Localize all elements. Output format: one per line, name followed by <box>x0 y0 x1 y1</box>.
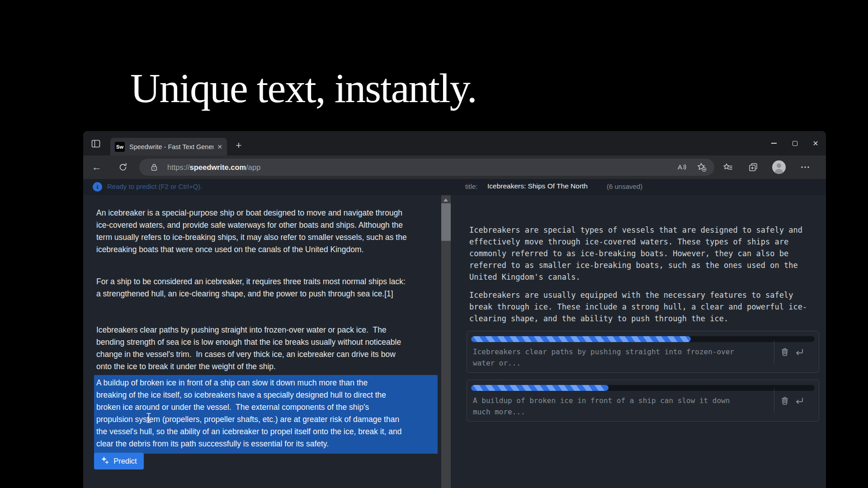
insert-return-icon[interactable] <box>793 346 805 358</box>
add-favorite-icon[interactable] <box>696 162 707 173</box>
sparkles-icon <box>101 456 109 466</box>
predict-label: Predict <box>113 457 137 465</box>
refresh-icon[interactable] <box>117 161 129 173</box>
svg-text:A: A <box>678 163 682 171</box>
progress-track <box>471 385 815 391</box>
maximize-button[interactable] <box>784 131 805 155</box>
status-message: Ready to predict (F2 or Ctrl+Q). <box>107 183 202 190</box>
tab-actions-icon[interactable] <box>90 138 101 149</box>
minimize-button[interactable] <box>764 131 784 155</box>
source-paragraph[interactable]: Icebreakers clear paths by pushing strai… <box>96 324 438 373</box>
scrollbar[interactable] <box>441 195 451 488</box>
tab-title: Speedwrite - Fast Text Generator <box>129 143 213 150</box>
settings-menu-icon[interactable] <box>800 162 811 173</box>
delete-icon[interactable] <box>779 395 791 407</box>
desktop: Unique text, instantly. Sw Speedwrite - … <box>0 0 868 488</box>
minimize-icon <box>771 143 777 144</box>
back-icon[interactable]: ← <box>91 161 103 173</box>
profile-avatar[interactable] <box>772 160 786 174</box>
lock-icon[interactable] <box>150 163 158 171</box>
source-paragraph[interactable]: An icebreaker is a special-purpose ship … <box>96 207 438 256</box>
result-paragraph: Icebreakers are usually equipped with th… <box>469 289 822 324</box>
prediction-card: A buildup of broken ice in front of a sh… <box>467 380 819 422</box>
divider <box>774 340 774 364</box>
info-icon: i <box>93 182 102 192</box>
divider <box>774 389 774 413</box>
hero-headline: Unique text, instantly. <box>130 64 476 112</box>
scrollbar-up-icon[interactable] <box>443 198 448 202</box>
new-tab-button[interactable]: + <box>232 139 245 152</box>
progress-fill <box>471 385 609 391</box>
progress-fill <box>471 336 691 342</box>
scrollbar-thumb[interactable] <box>441 203 451 241</box>
unsaved-badge: (6 unsaved) <box>607 183 642 190</box>
prediction-card: Icebreakers clear paths by pushing strai… <box>467 331 819 373</box>
maximize-icon <box>793 141 797 146</box>
text-cursor <box>146 413 152 425</box>
site-favicon: Sw <box>115 142 125 152</box>
browser-tab[interactable]: Sw Speedwrite - Fast Text Generator ✕ <box>110 138 227 155</box>
favorites-icon[interactable] <box>722 162 733 173</box>
close-button[interactable]: ✕ <box>805 131 826 155</box>
read-aloud-icon[interactable]: A <box>676 162 687 173</box>
title-label: title: <box>465 183 478 190</box>
browser-window: Sw Speedwrite - Fast Text Generator ✕ + … <box>83 131 826 488</box>
document-title[interactable]: Icebreakers: Ships Of The North <box>487 182 588 190</box>
insert-return-icon[interactable] <box>793 395 805 407</box>
collections-icon[interactable] <box>748 162 759 173</box>
tab-close-icon[interactable]: ✕ <box>217 143 222 150</box>
url-text: https://speedwrite.com/app <box>167 163 260 172</box>
progress-track <box>471 336 815 342</box>
result-paragraph: Icebreakers are special types of vessels… <box>469 224 822 283</box>
speedwrite-app: i Ready to predict (F2 or Ctrl+Q). title… <box>83 179 826 488</box>
delete-icon[interactable] <box>779 346 791 358</box>
window-controls: ✕ <box>764 131 826 155</box>
browser-toolbar: ← https://speedwrite.com/app <box>83 155 826 179</box>
address-bar[interactable]: https://speedwrite.com/app A <box>139 159 714 176</box>
tab-strip: Sw Speedwrite - Fast Text Generator ✕ + … <box>83 131 826 155</box>
prediction-preview: Icebreakers clear paths by pushing strai… <box>473 346 767 369</box>
source-paragraph[interactable]: For a ship to be considered an icebreake… <box>96 276 438 300</box>
prediction-preview: A buildup of broken ice in front of a sh… <box>473 395 767 418</box>
predict-button[interactable]: Predict <box>94 453 144 469</box>
